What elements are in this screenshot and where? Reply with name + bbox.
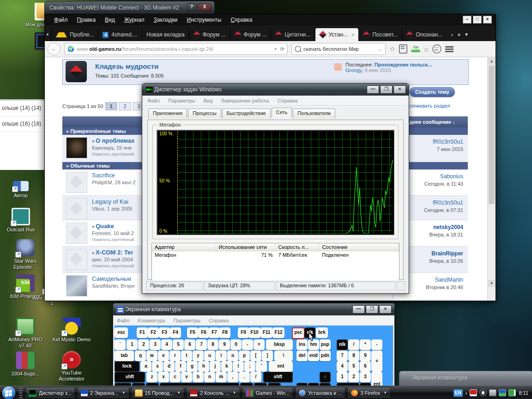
key-F1[interactable]: F1 <box>137 327 148 338</box>
key-6[interactable]: 6 <box>360 361 371 372</box>
task-manager-titlebar[interactable]: Диспетчер задач Windows — ❐ ✕ <box>142 84 409 96</box>
key-a[interactable]: a <box>140 361 151 372</box>
key-*[interactable]: * <box>360 339 371 350</box>
maximize-button[interactable]: ❐ <box>380 85 393 94</box>
key-3[interactable]: 3 <box>150 339 161 350</box>
key-f[interactable]: f <box>175 361 186 372</box>
key-8[interactable]: 8 <box>348 351 359 361</box>
taskbar-button[interactable]: 2 Консоль ...▼ <box>186 387 240 399</box>
key-n[interactable]: n <box>204 372 215 382</box>
home-icon[interactable]: ⌂ <box>424 45 428 53</box>
help-button[interactable]: ? <box>187 3 197 12</box>
key-+[interactable]: + <box>371 351 382 372</box>
menu-item-Вид[interactable]: Вид <box>204 98 213 103</box>
key-F8[interactable]: F8 <box>219 327 230 338</box>
url-bar[interactable]: 🌍 www.old-games.ru/forum/forums/ustanovk… <box>64 43 288 55</box>
thread-title-link[interactable]: ● X-COM 2: Ter <box>92 249 134 256</box>
battery-icon[interactable] <box>499 389 506 396</box>
desktop-icon-Автор[interactable]: ↗Автор <box>1 176 41 199</box>
tab-Пользователи[interactable]: Пользователи <box>293 109 335 118</box>
key-1[interactable]: 1 <box>127 339 138 350</box>
thread-title-link[interactable]: ● О проблемах <box>92 137 134 144</box>
tab-Приложения[interactable]: Приложения <box>148 109 187 118</box>
key-'[interactable]: ' <box>256 361 267 372</box>
key-j[interactable]: j <box>210 361 221 372</box>
table-header-3[interactable]: Состояние <box>320 243 399 251</box>
taskbar-button[interactable]: Games - Win... <box>242 387 293 399</box>
browser-tab[interactable]: 44shared.... <box>98 28 142 41</box>
menu-item-Правка[interactable]: Правка <box>77 17 96 23</box>
key-7[interactable]: 7 <box>196 339 207 350</box>
group-dropdown-icon[interactable]: ▼ <box>122 391 126 395</box>
key-3[interactable]: 3 <box>360 372 371 382</box>
tray-collapse-icon[interactable]: ‹ <box>466 390 467 396</box>
scroll-down-icon[interactable]: ▼ <box>488 280 495 287</box>
key-r[interactable]: r <box>169 351 181 361</box>
key-F10[interactable]: F10 <box>248 327 260 338</box>
page-scrollbar[interactable]: ▲ ▼ <box>487 57 496 301</box>
mark-read-link[interactable]: Пометить прочтённой <box>92 152 134 157</box>
bookmarks-icon[interactable] <box>399 44 407 54</box>
key-s[interactable]: s <box>152 361 163 372</box>
key-F12[interactable]: F12 <box>272 327 284 338</box>
key-esc[interactable]: esc <box>115 327 128 338</box>
browser-tab[interactable]: Форум ... <box>230 28 271 41</box>
key-nlk[interactable]: nlk <box>337 339 348 350</box>
key-[[interactable]: [ <box>250 351 261 361</box>
key-F9[interactable]: F9 <box>238 327 249 338</box>
search-go-icon[interactable]: → <box>377 46 382 52</box>
key-t[interactable]: t <box>181 351 192 361</box>
menu-item-Клавиатура[interactable]: Клавиатура <box>138 318 165 323</box>
scroll-up-icon[interactable]: ▲ <box>488 58 495 65</box>
display-icon[interactable] <box>470 389 477 396</box>
key-=[interactable]: = <box>254 339 265 350</box>
key-u[interactable]: u <box>204 351 215 361</box>
group-dropdown-icon[interactable]: ▼ <box>233 391 236 395</box>
desktop-icon-Outcast Rus[interactable]: ↗Outcast Rus <box>1 208 41 233</box>
key-F11[interactable]: F11 <box>260 327 272 338</box>
close-button[interactable]: × <box>483 16 492 24</box>
forum-title-link[interactable]: Кладезь мудрости <box>95 62 158 70</box>
menu-item-Параметры[interactable]: Параметры <box>168 98 195 103</box>
key-h[interactable]: h <box>198 361 209 372</box>
key-bksp[interactable]: bksp <box>266 339 293 350</box>
key-z[interactable]: z <box>146 372 157 382</box>
key-↑[interactable]: ↑ <box>320 372 331 382</box>
key-`[interactable]: ` <box>115 339 126 350</box>
key-pdn[interactable]: pdn <box>320 351 331 361</box>
key-q[interactable]: q <box>135 351 146 361</box>
key-g[interactable]: g <box>187 361 198 372</box>
key-8[interactable]: 8 <box>207 339 218 350</box>
url-dropdown-icon[interactable]: ▼ <box>274 47 278 51</box>
desktop-icon-ArtMoney PRO v7.43[interactable]: ↗ArtMoney PRO v7.43 <box>6 318 45 349</box>
key-][interactable]: ] <box>262 351 273 361</box>
key-2[interactable]: 2 <box>348 372 359 382</box>
scroll-thumb[interactable] <box>489 66 495 204</box>
keyboard-titlebar[interactable]: Экранная клавиатура — ❐ ✕ <box>113 303 394 315</box>
key-psc[interactable]: psc <box>292 327 305 339</box>
key--[interactable]: - <box>242 339 253 350</box>
key-9[interactable]: 9 <box>360 351 371 361</box>
group-dropdown-icon[interactable]: ▼ <box>177 391 181 395</box>
browser-tab[interactable]: Устан...× <box>315 28 359 41</box>
key-\[interactable]: \ <box>274 351 293 361</box>
key-del[interactable]: del <box>296 351 308 361</box>
menu-item-Параметры[interactable]: Параметры <box>174 318 201 323</box>
menu-item-Справка[interactable]: Справка <box>209 318 229 323</box>
browser-tab[interactable]: Пробле... <box>51 28 98 41</box>
mark-read-link[interactable]: Пометить прочтённой <box>92 237 134 242</box>
menu-item-Журнал[interactable]: Журнал <box>124 17 145 23</box>
key-.[interactable]: . <box>239 372 250 382</box>
desktop-icon-Star Wars Episode ...[interactable]: ↗Star Wars Episode ... <box>6 239 45 270</box>
tab-Процессы[interactable]: Процессы <box>188 109 221 118</box>
minimize-button[interactable]: – <box>463 16 472 24</box>
key-F5[interactable]: F5 <box>187 327 198 338</box>
group-dropdown-icon[interactable]: ▼ <box>383 391 387 395</box>
menu-item-Инструменты[interactable]: Инструменты <box>187 17 222 23</box>
key-p[interactable]: p <box>239 351 250 361</box>
menu-item-Файл[interactable]: Файл <box>147 98 160 103</box>
key-F7[interactable]: F7 <box>209 327 220 338</box>
reload-icon[interactable]: ⟳ <box>280 46 284 52</box>
key-o[interactable]: o <box>227 351 238 361</box>
back-button[interactable]: ← <box>48 42 60 55</box>
